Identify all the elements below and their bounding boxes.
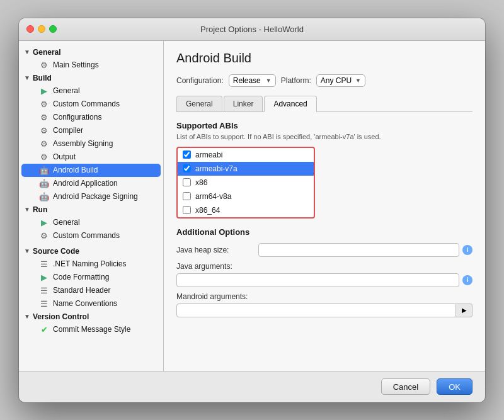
- java-args-info-icon[interactable]: i: [462, 275, 472, 285]
- gear-icon: ⚙: [39, 126, 49, 135]
- sidebar-item-assembly-signing[interactable]: ⚙ Assembly Signing: [21, 137, 161, 150]
- sidebar-item-run-general[interactable]: ▶ General: [21, 216, 161, 229]
- sidebar-item-android-package-signing[interactable]: 🤖 Android Package Signing: [21, 190, 161, 203]
- sidebar-item-custom-commands[interactable]: ⚙ Custom Commands: [21, 98, 161, 111]
- mandroid-args-input[interactable]: [176, 304, 456, 317]
- java-args-input-wrapper: i: [176, 273, 472, 287]
- java-heap-row: Java heap size: i: [176, 243, 472, 257]
- arrow-icon: ▼: [24, 247, 30, 254]
- abi-label-armeabi-v7a: armeabi-v7a: [195, 164, 238, 173]
- abi-checkbox-x86-64[interactable]: [183, 206, 191, 214]
- sidebar-item-net-naming[interactable]: ☰ .NET Naming Policies: [21, 258, 161, 271]
- sidebar-section-version-control[interactable]: ▼ Version Control: [19, 310, 163, 323]
- close-button[interactable]: [26, 25, 34, 33]
- configuration-value: Release: [233, 76, 261, 85]
- window-title: Project Options - HelloWorld: [200, 25, 304, 34]
- sidebar-item-compiler[interactable]: ⚙ Compiler: [21, 124, 161, 137]
- sidebar-item-android-build[interactable]: 🤖 Android Build: [21, 164, 161, 177]
- sidebar-item-android-package-signing-label: Android Package Signing: [53, 192, 138, 201]
- sidebar-item-configurations[interactable]: ⚙ Configurations: [21, 111, 161, 124]
- sidebar-section-run[interactable]: ▼ Run: [19, 203, 163, 216]
- sidebar-section-source-code[interactable]: ▼ Source Code: [19, 245, 163, 258]
- traffic-lights: [26, 25, 57, 33]
- arrow-icon: ▼: [24, 206, 30, 213]
- android-icon: 🤖: [39, 192, 49, 201]
- abi-checkbox-armeabi[interactable]: [183, 150, 191, 159]
- gear-icon: ⚙: [39, 139, 49, 149]
- sidebar-item-standard-header-label: Standard Header: [53, 286, 110, 295]
- java-heap-input[interactable]: [258, 243, 459, 257]
- abi-checkbox-x86[interactable]: [183, 178, 191, 186]
- sidebar-item-net-naming-label: .NET Naming Policies: [53, 259, 126, 268]
- gear-icon: ⚙: [39, 99, 49, 109]
- play-icon: ▶: [39, 86, 49, 96]
- supported-abis-subtitle: List of ABIs to support. If no ABI is sp…: [176, 133, 472, 140]
- expand-icon: ▶: [39, 273, 49, 282]
- sidebar-section-build-label: Build: [33, 74, 52, 82]
- sidebar-item-run-custom-commands[interactable]: ⚙ Custom Commands: [21, 229, 161, 242]
- maximize-button[interactable]: [49, 25, 57, 33]
- sidebar-item-code-formatting-label: Code Formatting: [53, 273, 109, 281]
- sidebar-item-build-general-label: General: [53, 86, 80, 95]
- sidebar-item-android-application-label: Android Application: [53, 179, 118, 188]
- java-args-label: Java arguments:: [176, 262, 232, 271]
- sidebar-item-name-conventions[interactable]: ☰ Name Conventions: [21, 297, 161, 310]
- abi-label-arm64-v8a: arm64-v8a: [195, 192, 231, 201]
- java-args-input[interactable]: [176, 273, 459, 287]
- abi-checkbox-arm64-v8a[interactable]: [183, 192, 191, 200]
- sidebar-item-compiler-label: Compiler: [53, 126, 83, 135]
- ok-button[interactable]: OK: [437, 378, 472, 395]
- sidebar-section-run-label: Run: [33, 205, 47, 214]
- java-heap-info-icon[interactable]: i: [462, 245, 472, 255]
- sidebar-item-configurations-label: Configurations: [53, 113, 101, 122]
- mandroid-play-button[interactable]: ▶: [456, 304, 472, 317]
- sidebar-item-code-formatting[interactable]: ▶ Code Formatting: [21, 271, 161, 284]
- abi-label-armeabi: armeabi: [195, 150, 222, 159]
- abi-item-armeabi[interactable]: armeabi: [178, 148, 314, 162]
- sidebar-section-source-code-label: Source Code: [33, 247, 79, 256]
- configuration-dropdown[interactable]: Release ▼: [229, 74, 276, 87]
- tab-advanced[interactable]: Advanced: [264, 96, 316, 112]
- abi-item-x86[interactable]: x86: [178, 176, 314, 190]
- sidebar-item-output[interactable]: ⚙ Output: [21, 150, 161, 164]
- sidebar-item-commit-message[interactable]: ✔ Commit Message Style: [21, 323, 161, 336]
- sidebar-item-android-application[interactable]: 🤖 Android Application: [21, 177, 161, 190]
- sidebar-item-build-general[interactable]: ▶ General: [21, 84, 161, 98]
- java-args-row: Java arguments: i: [176, 262, 472, 287]
- sidebar-item-main-settings[interactable]: ⚙ Main Settings: [21, 59, 161, 72]
- tabs-row: General Linker Advanced: [176, 96, 472, 112]
- sidebar-section-build[interactable]: ▼ Build: [19, 72, 163, 84]
- naming2-icon: ☰: [39, 299, 49, 309]
- platform-dropdown[interactable]: Any CPU ▼: [316, 74, 365, 87]
- play-icon: ▶: [39, 218, 49, 227]
- sidebar-item-main-settings-label: Main Settings: [53, 60, 99, 69]
- main-title: Android Build: [176, 51, 472, 65]
- gear-icon: ⚙: [39, 231, 49, 241]
- abi-item-armeabi-v7a[interactable]: armeabi-v7a: [178, 162, 314, 176]
- android-icon: 🤖: [39, 166, 49, 175]
- abi-item-arm64-v8a[interactable]: arm64-v8a: [178, 190, 314, 203]
- additional-options-title: Additional Options: [176, 227, 472, 237]
- tab-general[interactable]: General: [176, 96, 222, 111]
- abi-item-x86-64[interactable]: x86_64: [178, 203, 314, 217]
- tab-linker[interactable]: Linker: [224, 96, 263, 111]
- sidebar-item-custom-commands-label: Custom Commands: [53, 99, 120, 108]
- titlebar: Project Options - HelloWorld: [19, 18, 485, 41]
- gear-icon: ⚙: [39, 113, 49, 122]
- sidebar-section-general[interactable]: ▼ General: [19, 46, 163, 59]
- sidebar-item-standard-header[interactable]: ☰ Standard Header: [21, 284, 161, 297]
- java-heap-input-wrapper: i: [258, 243, 472, 257]
- sidebar-item-output-label: Output: [53, 152, 76, 161]
- config-row: Configuration: Release ▼ Platform: Any C…: [176, 74, 472, 87]
- content-area: ▼ General ⚙ Main Settings ▼ Build ▶ Gene…: [19, 41, 485, 371]
- minimize-button[interactable]: [38, 25, 45, 33]
- sidebar-item-run-custom-commands-label: Custom Commands: [53, 231, 120, 240]
- configuration-label: Configuration:: [176, 76, 224, 85]
- naming-icon: ☰: [39, 259, 49, 269]
- android-icon: 🤖: [39, 179, 49, 188]
- sidebar-section-general-label: General: [33, 48, 61, 57]
- abi-checkbox-armeabi-v7a[interactable]: [183, 164, 191, 173]
- sidebar-item-name-conventions-label: Name Conventions: [53, 299, 117, 308]
- cancel-button[interactable]: Cancel: [381, 378, 430, 395]
- platform-value: Any CPU: [321, 76, 352, 85]
